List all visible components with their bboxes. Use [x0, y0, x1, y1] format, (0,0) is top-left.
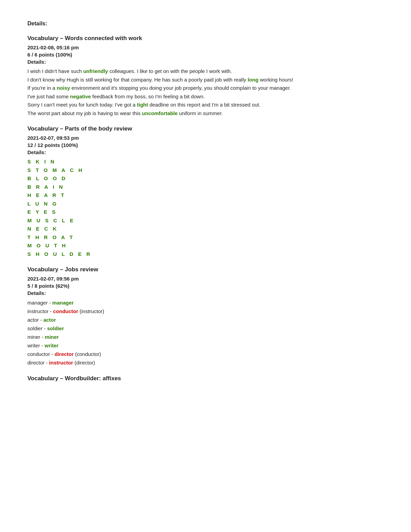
body-part-heart: H E A R T — [27, 191, 384, 199]
quiz3-jobs-list: manager - manager instructor - conductor… — [27, 299, 384, 367]
quiz1-sentence-2: I don't know why Hugh is still working f… — [27, 76, 384, 84]
page-heading: Details: — [27, 21, 384, 27]
quiz1-sentence-6: The worst part about my job is having to… — [27, 110, 384, 117]
body-part-neck: N E C K — [27, 225, 384, 233]
quiz1-word-2: long — [248, 77, 259, 83]
job-miner: miner - miner — [27, 333, 384, 341]
quiz3-details-label: Details: — [27, 290, 384, 296]
body-part-mouth: M O U T H — [27, 242, 384, 250]
quiz3-score: 5 / 8 points (62%) — [27, 283, 384, 289]
job-conductor: conductor - director (conductor) — [27, 350, 384, 358]
quiz4-title: Vocabulary – Wordbuilder: affixes — [27, 375, 384, 382]
job-soldier: soldier - soldier — [27, 324, 384, 333]
body-part-lung: L U N G — [27, 200, 384, 208]
job-writer-answer: writer — [45, 343, 59, 348]
body-part-blood: B L O O D — [27, 175, 384, 183]
body-part-eyes: E Y E S — [27, 208, 384, 216]
quiz1-score: 6 / 6 points (100%) — [27, 52, 384, 58]
body-part-throat: T H R O A T — [27, 234, 384, 242]
page-container: Details: Vocabulary – Words connected wi… — [27, 21, 384, 382]
quiz2-score: 12 / 12 points (100%) — [27, 142, 384, 148]
quiz1-sentence-3: If you're in a noisy environment and it'… — [27, 84, 384, 92]
quiz2-body-parts: S K I N S T O M A C H B L O O D B R A I … — [27, 158, 384, 258]
quiz2-details-label: Details: — [27, 149, 384, 155]
body-part-shoulder: S H O U L D E R — [27, 250, 384, 258]
quiz1-sentences: I wish I didn't have such unfriendly col… — [27, 67, 384, 117]
job-actor: actor - actor — [27, 316, 384, 324]
job-soldier-answer: soldier — [47, 325, 64, 331]
job-manager-answer: manager — [52, 300, 74, 306]
job-miner-answer: miner — [45, 334, 59, 340]
quiz2-block: Vocabulary – Parts of the body review 20… — [27, 125, 384, 258]
quiz1-word-3: noisy — [57, 85, 70, 91]
quiz1-sentence-5: Sorry I can't meet you for lunch today. … — [27, 101, 384, 109]
quiz1-word-1: unfriendly — [83, 68, 108, 74]
page-heading-text: Details: — [27, 21, 47, 26]
quiz1-date: 2021-02-08, 05:16 pm — [27, 45, 384, 50]
job-conductor-answer: director — [54, 351, 74, 357]
quiz1-word-5: tight — [137, 102, 148, 108]
body-part-muscle: M U S C L E — [27, 217, 384, 225]
quiz1-title: Vocabulary – Words connected with work — [27, 35, 384, 42]
quiz3-title: Vocabulary – Jobs review — [27, 266, 384, 273]
job-director: director - instructor (director) — [27, 359, 384, 367]
job-manager: manager - manager — [27, 299, 384, 307]
quiz3-block: Vocabulary – Jobs review 2021-02-07, 09:… — [27, 266, 384, 367]
quiz4-block: Vocabulary – Wordbuilder: affixes — [27, 375, 384, 382]
quiz2-title: Vocabulary – Parts of the body review — [27, 125, 384, 132]
job-instructor-answer: conductor — [53, 308, 78, 314]
quiz1-sentence-1: I wish I didn't have such unfriendly col… — [27, 67, 384, 75]
quiz3-date: 2021-02-07, 09:56 pm — [27, 276, 384, 282]
quiz1-word-6: uncomfortable — [142, 110, 177, 116]
body-part-brain: B R A I N — [27, 183, 384, 191]
body-part-stomach: S T O M A C H — [27, 166, 384, 174]
quiz1-sentence-4: I've just had some negative feedback fro… — [27, 93, 384, 101]
job-instructor: instructor - conductor (instructor) — [27, 307, 384, 316]
quiz1-word-4: negative — [70, 94, 91, 99]
quiz1-details-label: Details: — [27, 59, 384, 65]
job-actor-answer: actor — [43, 317, 56, 323]
job-director-answer: instructor — [49, 360, 73, 366]
body-part-skin: S K I N — [27, 158, 384, 166]
quiz2-date: 2021-02-07, 09:53 pm — [27, 135, 384, 141]
quiz1-block: Vocabulary – Words connected with work 2… — [27, 35, 384, 117]
job-writer: writer - writer — [27, 342, 384, 350]
